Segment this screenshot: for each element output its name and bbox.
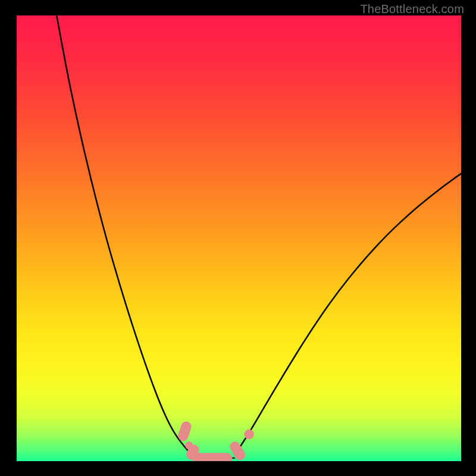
bottom-rounded-rect [192,453,232,461]
gradient-background [17,15,461,461]
chart-svg [17,15,461,461]
right-round-dot [244,430,253,439]
plot-area [17,15,461,461]
chart-frame: TheBottleneck.com [0,0,476,476]
watermark-text: TheBottleneck.com [360,2,464,16]
